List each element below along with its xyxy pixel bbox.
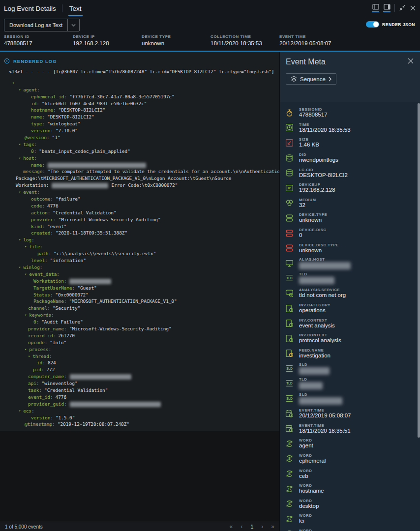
log-value: "Info" (50, 340, 66, 345)
collapse-icon[interactable] (399, 4, 406, 11)
collapse-arrow-icon[interactable]: ▾ (25, 313, 27, 317)
meta-item-word[interactable]: SWORDdesktop (280, 496, 420, 511)
meta-item-inv-category[interactable]: INV.CATEGORYoperations (280, 301, 420, 316)
meta-value[interactable]: 1.46 KB (299, 142, 319, 148)
log-key: code (31, 203, 42, 208)
meta-value[interactable]: protocol analysis (299, 337, 341, 344)
meta-key: FEED.NAME (299, 348, 330, 353)
next-page-button[interactable]: › (261, 523, 263, 530)
meta-item-word[interactable]: SWORDlci (280, 511, 420, 527)
meta-value[interactable]: desktop (299, 503, 319, 509)
first-page-button[interactable]: « (230, 523, 233, 530)
meta-item-sessionid[interactable]: SESSIONID478808517 (280, 105, 420, 120)
meta-scrollbar[interactable] (418, 103, 420, 438)
sequence-label: Sequence (300, 76, 326, 82)
svg-text:S: S (288, 472, 291, 476)
collapse-arrow-icon[interactable]: ▾ (19, 88, 21, 92)
redacted-meta-value (299, 397, 342, 405)
log-value: 4776 (47, 203, 58, 208)
sequence-button[interactable]: Sequence (286, 73, 336, 85)
meta-item-device-type[interactable]: DEVICE.TYPEunknown (280, 210, 420, 226)
meta-value[interactable]: 20/12/2019 05:08:07 (299, 413, 351, 419)
meta-item-device-disc-type[interactable]: DEVICE.DISC.TYPEunknown (280, 240, 420, 256)
collapse-arrow-icon[interactable]: ▾ (19, 143, 21, 147)
meta-item-word[interactable]: SWORDhostname (280, 481, 420, 497)
log-value: 824 (48, 360, 56, 365)
meta-value[interactable]: 32 (299, 202, 316, 208)
log-value: "The computer attempted to validate the … (48, 169, 279, 174)
meta-value[interactable]: 478808517 (299, 112, 328, 118)
render-json-toggle[interactable] (366, 21, 379, 28)
meta-value[interactable]: ceb (299, 473, 312, 479)
meta-item-time[interactable]: TIME18/11/2020 18:35:53 (280, 120, 420, 136)
collapse-arrow-icon[interactable]: ▾ (19, 190, 21, 194)
meta-value[interactable]: unknown (299, 247, 339, 254)
meta-item-device-ip[interactable]: IPDEVICE.IP192.168.2.128 (280, 180, 420, 196)
download-log-button[interactable]: Download Log as Text (4, 19, 80, 31)
panel-layout-right-icon[interactable] (383, 3, 390, 12)
meta-item-sld[interactable]: SLDSLD (280, 391, 420, 406)
meta-value[interactable]: lci (299, 518, 312, 524)
meta-value[interactable]: investigation (299, 353, 330, 359)
meta-item-word[interactable]: SWORDceb (280, 466, 420, 481)
meta-item-word[interactable]: SWORDephemeral (280, 451, 420, 467)
meta-item-inv-context[interactable]: INV.CONTEXTprotocol analysis (280, 331, 420, 346)
meta-value[interactable]: event analysis (299, 323, 335, 329)
meta-item-tld[interactable]: TLDTLD (280, 376, 420, 391)
meta-item-event-time[interactable]: EVENT.TIME18/11/2020 18:35:51 (280, 421, 420, 436)
collapse-arrow-icon[interactable]: ▾ (19, 266, 21, 269)
meta-value[interactable]: 18/11/2020 18:35:51 (299, 428, 351, 434)
log-line: ▾process: (0, 346, 279, 353)
log-line: channel:"Security" (0, 305, 279, 312)
log-colon: : (31, 237, 34, 242)
meta-item-tld[interactable]: TLDTLD (280, 271, 420, 286)
redacted-value (52, 183, 108, 188)
prev-page-button[interactable]: ‹ (240, 523, 242, 530)
meta-item-medium[interactable]: MEDIUM32 (280, 196, 420, 211)
log-colon: : (53, 217, 56, 222)
log-line: provider_name:"Microsoft-Windows-Securit… (0, 325, 279, 332)
meta-item-alias-host[interactable]: ALIAS.HOST (280, 256, 420, 271)
meta-value[interactable]: ephemeral (299, 458, 326, 464)
meta-item-device-disc[interactable]: DEVICE.DISC0 (280, 226, 420, 241)
meta-value[interactable]: DESKTOP-8I2LCI2 (299, 172, 348, 178)
meta-item-feed-name[interactable]: FEED.NAMEinvestigation (280, 346, 420, 361)
field-value: 192.168.2.128 (73, 40, 142, 46)
collapse-arrow-icon[interactable]: ▾ (25, 272, 27, 276)
download-caret-icon[interactable] (67, 19, 79, 31)
panel-layout-left-icon[interactable] (372, 3, 379, 12)
meta-item-inv-context[interactable]: INV.CONTEXTevent analysis (280, 316, 420, 331)
meta-value[interactable]: 192.168.2.128 (299, 187, 335, 193)
meta-value[interactable]: 0 (299, 232, 327, 238)
collapse-arrow-icon[interactable]: ▾ (12, 81, 14, 85)
meta-item-sld[interactable]: SLDSLD (280, 361, 420, 376)
meta-item-size[interactable]: SIZE1.46 KB (280, 135, 420, 150)
collapse-arrow-icon[interactable]: ▾ (25, 245, 27, 249)
collapse-arrow-icon[interactable]: ▾ (19, 238, 21, 242)
event-meta-close-icon[interactable] (407, 58, 414, 64)
collapse-arrow-icon[interactable]: ▾ (28, 354, 30, 358)
meta-item-event-time[interactable]: EVENT.TIME20/12/2019 05:08:07 (280, 406, 420, 421)
meta-item-word[interactable]: SWORDagent (280, 436, 420, 451)
meta-item-analysis-service[interactable]: ANALYSIS.SERVICEtld not com net org (280, 286, 420, 301)
collapse-arrow-icon[interactable]: ▾ (19, 156, 21, 160)
meta-value[interactable]: unknown (299, 217, 327, 223)
meta-value[interactable]: operations (299, 307, 330, 314)
collapse-arrow-icon[interactable]: ▾ (25, 348, 27, 352)
meta-item-lc-cid[interactable]: LC.CIDDESKTOP-8I2LCI2 (280, 165, 420, 180)
meta-value[interactable]: agent (299, 442, 313, 449)
meta-item-word[interactable]: SWORDname (280, 527, 420, 531)
meta-value[interactable]: hostname (299, 488, 324, 494)
meta-value[interactable]: nwendpointlogs (299, 157, 338, 163)
meta-value[interactable]: 18/11/2020 18:35:53 (299, 127, 351, 133)
last-page-button[interactable]: » (271, 523, 274, 530)
meta-key: SIZE (299, 137, 319, 142)
meta-value[interactable]: tld not com net org (299, 292, 346, 298)
meta-item-did[interactable]: DIDnwendpointlogs (280, 150, 420, 166)
tab-text[interactable]: Text (68, 1, 83, 16)
svg-text:S: S (288, 487, 291, 491)
collapse-arrow-icon[interactable]: ▾ (19, 409, 21, 413)
host-icon (285, 259, 294, 268)
svg-text:SLD: SLD (286, 397, 293, 400)
close-icon[interactable] (410, 5, 416, 11)
